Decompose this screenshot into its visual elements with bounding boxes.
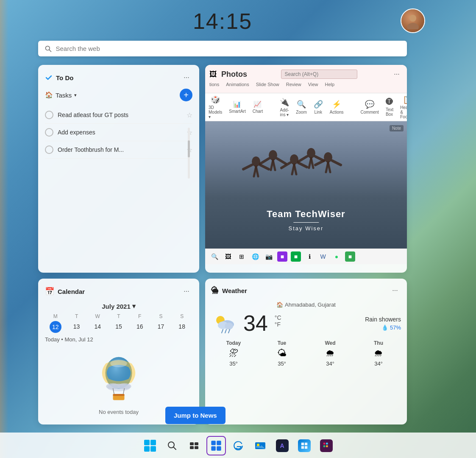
ribbon-comment[interactable]: 💬 Comment [361,100,379,114]
cal-day-13[interactable]: 13 [66,321,87,333]
calendar-month-chevron: ▾ [132,302,136,310]
photos-app-icon: 🖼 [209,70,217,79]
search-input[interactable] [56,45,400,52]
calendar-icon: 📅 [45,287,54,296]
photos-tabs: tions Animations Slide Show Review View … [209,82,403,87]
tb-green2-icon[interactable]: ■ [345,251,355,262]
left-edge-decoration [0,0,8,458]
weather-widget: 🌦 Weather ··· 🏠 Ahmadabad, Gujarat [205,279,407,424]
task-list: Read atleast four GT posts ☆ Add expense… [45,106,192,159]
calendar-dow-row: M T W T F S S [45,313,192,319]
tab-tions[interactable]: tions [209,82,219,87]
forecast-temp-wed: 34° [308,360,353,367]
forecast-day-today: Today [211,340,256,346]
weather-header: 🌦 Weather ··· [211,285,401,296]
task-checkbox-1[interactable] [45,111,53,119]
tb-photo-icon[interactable]: 📷 [264,251,274,262]
svg-point-32 [110,360,127,367]
forecast-icon-wed: 🌧 [308,348,353,359]
tab-slideshow[interactable]: Slide Show [256,82,279,87]
todo-menu-button[interactable]: ··· [181,72,192,84]
tb-word-icon[interactable]: W [318,251,328,262]
calendar-title: Calendar [58,288,85,295]
cal-day-16[interactable]: 16 [129,321,150,333]
taskbar-item-slack[interactable] [317,436,336,455]
ribbon-3dmodels[interactable]: 🎲 3D Models ▾ [209,95,222,119]
ribbon-zoom[interactable]: 🔍 Zoom [296,100,307,114]
svg-line-12 [298,163,307,167]
svg-line-46 [228,330,230,333]
svg-line-4 [49,50,51,51]
cal-day-14[interactable]: 14 [87,321,108,333]
tb-info-icon[interactable]: ℹ [304,251,315,262]
taskbar-item-start[interactable] [140,436,160,455]
win-q1 [144,440,150,445]
search-bar[interactable] [38,41,407,56]
weather-menu-button[interactable]: ··· [389,285,401,296]
tab-help[interactable]: Help [325,82,334,87]
taskbar-item-edge[interactable] [228,436,248,455]
tb-whatsapp-icon[interactable]: ● [331,251,342,262]
tb-layout-icon[interactable]: ⊞ [237,251,247,262]
ribbon-smartart[interactable]: 📊 SmartArt [229,101,245,114]
task-item[interactable]: Order Toothbrush for M... ☆ [45,141,192,159]
photos-note-btn[interactable]: Note [390,124,404,131]
calendar-today-label: Today • Mon, Jul 12 [45,336,192,343]
weather-icon: 🌦 [211,286,219,295]
ribbon-chart[interactable]: 📈 Chart [253,101,263,114]
jump-to-news-button[interactable]: Jump to News [165,407,225,424]
svg-line-26 [315,161,324,165]
ribbon-textbox[interactable]: 🅣 TextBox [386,98,393,117]
calendar-days-row: 12 13 14 15 16 17 18 [45,321,192,333]
photos-bottom-toolbar: 🔍 🖼 ⊞ 🌐 📷 ■ ■ ℹ W ● ■ [205,249,407,264]
taskbar-item-widgets[interactable] [206,436,226,455]
widgets-icon [209,439,223,452]
taskbar-item-photos[interactable] [251,436,270,455]
add-task-button[interactable]: + [180,89,192,101]
ribbon-link[interactable]: 🔗 Link [314,100,323,114]
svg-line-48 [173,447,176,450]
dow-s2: S [171,313,192,319]
forecast-icon-tue: 🌤 [259,348,304,359]
calendar-widget: 📅 Calendar ··· July 2021 ▾ M T W T F S S [38,279,199,424]
tb-purple-icon[interactable]: ■ [277,251,287,262]
tab-view[interactable]: View [308,82,318,87]
task-star-1[interactable]: ☆ [187,111,192,119]
taskbar-item-store[interactable] [295,436,314,455]
taskbar-item-search[interactable] [162,436,182,455]
cal-day-15[interactable]: 15 [108,321,129,333]
weather-main: 34 °C °F Rain showers 💧 57% [211,312,401,334]
photos-main-image: Team TechWiser Stay Wiser Note [205,121,407,249]
tb-green-icon[interactable]: ■ [291,251,301,262]
scrollbar-thumb[interactable] [188,140,190,157]
tb-edge-icon[interactable]: 🌐 [250,251,260,262]
calendar-month-header[interactable]: July 2021 ▾ [45,302,192,310]
ribbon-actions[interactable]: ⚡ Actions [330,100,344,114]
task-item[interactable]: Add expenses ☆ [45,124,192,141]
cal-day-17[interactable]: 17 [150,321,172,333]
ribbon-addins[interactable]: 🔌 Add-ins ▾ [280,98,289,117]
svg-line-21 [243,165,252,169]
taskbar-item-taskview[interactable] [184,436,204,455]
tb-search-icon[interactable]: 🔍 [209,251,220,262]
windows-start-icon [143,439,157,452]
svg-line-44 [222,330,223,333]
weather-unit-c: °C [275,314,281,321]
ribbon-header[interactable]: 📋 Header& Footer [400,95,407,119]
tab-review[interactable]: Review [286,82,301,87]
taskbar-item-affinity[interactable]: A [273,436,292,455]
cal-day-18[interactable]: 18 [171,321,192,333]
task-checkbox-3[interactable] [45,145,53,154]
weather-condition-text: Rain showers [365,316,401,323]
tab-animations[interactable]: Animations [226,82,249,87]
photos-menu-button[interactable]: ··· [391,68,403,80]
task-checkbox-2[interactable] [45,128,53,137]
cal-day-today[interactable]: 12 [50,321,61,333]
calendar-menu-button[interactable]: ··· [181,285,192,297]
user-avatar[interactable] [401,8,425,33]
taskview-icon [187,439,201,452]
tb-image-icon[interactable]: 🖼 [223,251,233,262]
photos-search-input[interactable] [281,70,357,79]
win-q3 [144,446,150,452]
task-item[interactable]: Read atleast four GT posts ☆ [45,106,192,124]
